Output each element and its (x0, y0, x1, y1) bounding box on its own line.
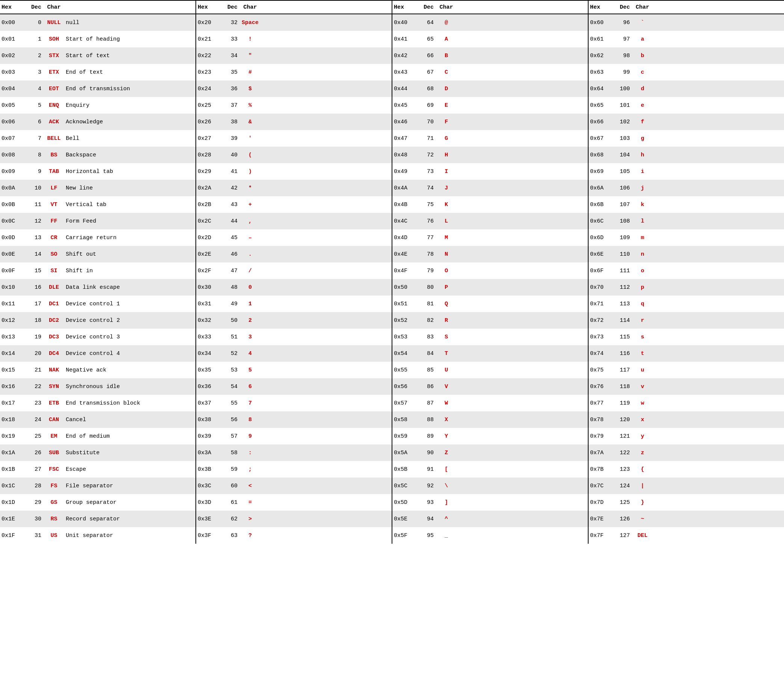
header-dec: Dec (224, 4, 240, 10)
table-row: 0x088BSBackspace (0, 147, 196, 163)
cell-char: ^ (436, 516, 457, 522)
cell-char: CR (44, 234, 64, 241)
cell-dec: 10 (28, 185, 44, 191)
cell-hex: 0x43 (394, 69, 420, 76)
cell-char: STX (44, 53, 64, 59)
cell-dec: 61 (224, 499, 240, 506)
cell-dec: 23 (28, 400, 44, 406)
cell-hex: 0x6D (590, 234, 616, 241)
table-row: 0x4F79O (392, 262, 588, 279)
cell-hex: 0x1B (2, 466, 28, 473)
cell-dec: 85 (420, 367, 436, 373)
cell-char: H (436, 152, 457, 158)
table-row: 0x1319DC3Device control 3 (0, 328, 196, 345)
cell-char: " (240, 53, 260, 59)
cell-char: [ (436, 466, 457, 473)
cell-char: US (44, 533, 64, 539)
cell-dec: 87 (420, 400, 436, 406)
cell-dec: 113 (616, 301, 632, 307)
cell-hex: 0x55 (394, 367, 420, 373)
cell-char: z (632, 450, 653, 456)
cell-dec: 2 (28, 53, 44, 59)
header-hex: Hex (2, 4, 28, 10)
cell-dec: 45 (224, 234, 240, 241)
table-row: 0x6D109m (588, 229, 784, 246)
cell-char: ) (240, 168, 260, 175)
cell-hex: 0x75 (590, 367, 616, 373)
cell-desc: Bell (64, 135, 194, 142)
cell-desc: Substitute (64, 450, 194, 456)
cell-dec: 120 (616, 417, 632, 423)
table-row: 0x3B59; (196, 461, 392, 478)
cell-char: ! (240, 36, 260, 43)
table-row: 0x5282R (392, 312, 588, 328)
cell-hex: 0x2D (198, 234, 224, 241)
cell-dec: 100 (616, 86, 632, 92)
table-row: 0x4D77M (392, 229, 588, 246)
cell-hex: 0x19 (2, 433, 28, 440)
cell-dec: 30 (28, 516, 44, 522)
table-row: 0x77119w (588, 395, 784, 411)
cell-hex: 0x05 (2, 102, 28, 109)
cell-dec: 5 (28, 102, 44, 109)
cell-desc: Vertical tab (64, 201, 194, 208)
cell-hex: 0x29 (198, 168, 224, 175)
cell-char: e (632, 102, 653, 109)
cell-char: G (436, 135, 457, 142)
cell-dec: 124 (616, 483, 632, 489)
table-row: 0x37557 (196, 395, 392, 411)
table-row: 0x66102f (588, 114, 784, 130)
table-row: 0x4569E (392, 97, 588, 114)
cell-char: y (632, 433, 653, 440)
cell-hex: 0x7B (590, 466, 616, 473)
table-row: 0x1420DC4Device control 4 (0, 345, 196, 362)
table-row: 0x1218DC2Device control 2 (0, 312, 196, 328)
cell-dec: 64 (420, 20, 436, 26)
cell-dec: 62 (224, 516, 240, 522)
table-row: 0x36546 (196, 378, 392, 395)
cell-char: @ (436, 20, 457, 26)
cell-hex: 0x62 (590, 53, 616, 59)
cell-hex: 0x33 (198, 334, 224, 340)
cell-dec: 83 (420, 334, 436, 340)
cell-char: SUB (44, 450, 64, 456)
cell-char: V (436, 384, 457, 390)
cell-hex: 0x30 (198, 284, 224, 290)
cell-dec: 88 (420, 417, 436, 423)
cell-char: TAB (44, 168, 64, 175)
cell-char: R (436, 317, 457, 324)
table-row: 0x79121y (588, 428, 784, 444)
header-char: Char (44, 4, 64, 10)
cell-dec: 48 (224, 284, 240, 290)
table-row: 0x077BELLBell (0, 130, 196, 147)
cell-dec: 65 (420, 36, 436, 43)
cell-dec: 97 (616, 36, 632, 43)
table-row: 0x055ENQEnquiry (0, 97, 196, 114)
cell-dec: 99 (616, 69, 632, 76)
cell-char: Z (436, 450, 457, 456)
table-row: 0x3D61= (196, 494, 392, 511)
table-row: 0x5D93] (392, 494, 588, 511)
table-row: 0x2E46. (196, 246, 392, 262)
cell-char: 7 (240, 400, 260, 406)
table-row: 0x5E94^ (392, 511, 588, 527)
cell-dec: 55 (224, 400, 240, 406)
cell-char: ETB (44, 400, 64, 406)
cell-dec: 72 (420, 152, 436, 158)
table-row: 0x70112p (588, 279, 784, 295)
cell-dec: 14 (28, 251, 44, 257)
cell-hex: 0x5B (394, 466, 420, 473)
cell-char: P (436, 284, 457, 290)
cell-char: ETX (44, 69, 64, 76)
table-row: 0x5484T (392, 345, 588, 362)
table-row: 0x5383S (392, 328, 588, 345)
cell-char: Space (240, 20, 260, 26)
header-hex: Hex (590, 4, 616, 10)
cell-hex: 0x78 (590, 417, 616, 423)
cell-char: n (632, 251, 653, 257)
cell-dec: 40 (224, 152, 240, 158)
cell-dec: 42 (224, 185, 240, 191)
cell-dec: 127 (616, 533, 632, 539)
cell-hex: 0x6F (590, 268, 616, 274)
cell-hex: 0x38 (198, 417, 224, 423)
